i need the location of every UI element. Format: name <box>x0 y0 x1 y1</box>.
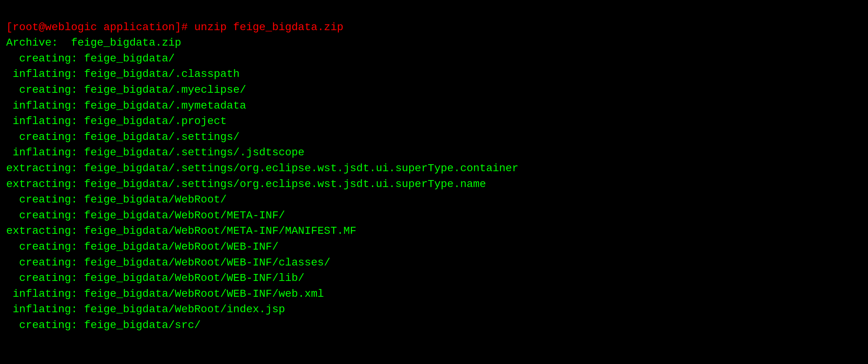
terminal-line-extracting3: extracting: feige_bigdata/WebRoot/META-I… <box>6 223 862 239</box>
terminal-line-creating6: creating: feige_bigdata/WebRoot/WEB-INF/ <box>6 239 862 255</box>
terminal-line-creating9: creating: feige_bigdata/src/ <box>6 318 862 333</box>
terminal-line-inflating2: inflating: feige_bigdata/.mymetadata <box>6 98 862 114</box>
terminal-line-creating8: creating: feige_bigdata/WebRoot/WEB-INF/… <box>6 270 862 286</box>
terminal-line-extracting1: extracting: feige_bigdata/.settings/org.… <box>6 161 862 177</box>
terminal-line-creating4: creating: feige_bigdata/WebRoot/ <box>6 192 862 208</box>
terminal-line-inflating6: inflating: feige_bigdata/WebRoot/index.j… <box>6 302 862 318</box>
terminal-line-inflating3: inflating: feige_bigdata/.project <box>6 114 862 129</box>
terminal-line-inflating4: inflating: feige_bigdata/.settings/.jsdt… <box>6 145 862 161</box>
terminal-line-creating2: creating: feige_bigdata/.myeclipse/ <box>6 82 862 98</box>
terminal-line-creating1: creating: feige_bigdata/ <box>6 51 862 67</box>
terminal-line-prompt: [root@weblogic application]# unzip feige… <box>6 20 862 36</box>
terminal-line-extracting2: extracting: feige_bigdata/.settings/org.… <box>6 177 862 192</box>
terminal-line-creating3: creating: feige_bigdata/.settings/ <box>6 129 862 145</box>
terminal-line-creating7: creating: feige_bigdata/WebRoot/WEB-INF/… <box>6 255 862 271</box>
terminal-line-inflating5: inflating: feige_bigdata/WebRoot/WEB-INF… <box>6 286 862 302</box>
terminal-window: [root@weblogic application]# unzip feige… <box>6 4 862 333</box>
terminal-line-creating5: creating: feige_bigdata/WebRoot/META-INF… <box>6 208 862 224</box>
terminal-line-inflating1: inflating: feige_bigdata/.classpath <box>6 66 862 82</box>
terminal-line-archive: Archive: feige_bigdata.zip <box>6 35 862 51</box>
